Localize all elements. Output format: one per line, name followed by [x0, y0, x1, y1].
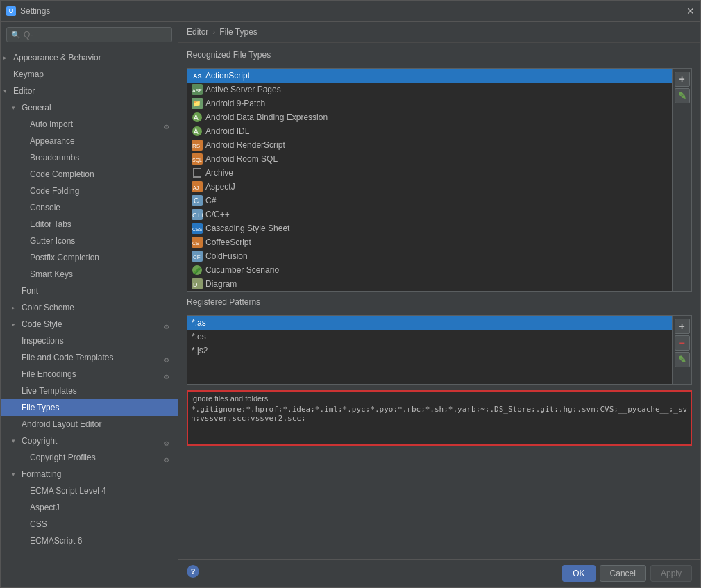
pattern-item[interactable]: *.es [187, 330, 672, 344]
file-type-icon: A [192, 112, 203, 123]
sidebar-item-label: AspectJ [30, 501, 172, 514]
sidebar-item-postfix-completion[interactable]: Postfix Completion [1, 249, 178, 266]
ok-button[interactable]: OK [562, 565, 595, 582]
add-pattern-button[interactable]: + [675, 319, 690, 334]
file-type-item[interactable]: Archive [187, 166, 672, 180]
sidebar-item-keymap[interactable]: Keymap [1, 66, 178, 83]
file-types-list-area: AS ActionScript ASP Active Server Pages [187, 69, 691, 291]
file-type-item[interactable]: A Android IDL [187, 124, 672, 138]
sidebar-item-code-style[interactable]: Code Style ⚙ [1, 316, 178, 333]
file-type-item[interactable]: AS ActionScript [187, 69, 672, 83]
sidebar-item-copyright[interactable]: Copyright ⚙ [1, 432, 178, 449]
file-type-name: Android RenderScript [205, 140, 285, 150]
sidebar-item-file-encodings[interactable]: File Encodings ⚙ [1, 366, 178, 383]
close-button[interactable]: ✕ [686, 6, 695, 17]
patterns-section: *.as *.es *.js2 + − ✎ [187, 315, 692, 385]
patterns-list: *.as *.es *.js2 [187, 316, 672, 384]
sidebar-item-copyright-profiles[interactable]: Copyright Profiles ⚙ [1, 449, 178, 466]
add-file-type-button[interactable]: + [675, 72, 690, 87]
file-type-name: Android IDL [205, 126, 249, 136]
edit-pattern-button[interactable]: ✎ [675, 352, 690, 367]
ignore-section: Ignore files and folders *.gitignore;*.h… [187, 390, 692, 446]
sidebar-item-general[interactable]: General [1, 99, 178, 116]
file-type-icon: D [192, 278, 203, 289]
file-type-item[interactable]: AJ AspectJ [187, 180, 672, 194]
sidebar-item-code-folding[interactable]: Code Folding [1, 183, 178, 199]
pattern-item[interactable]: *.js2 [187, 344, 672, 358]
settings-icon: ⚙ [164, 120, 172, 128]
sidebar-item-label: Live Templates [22, 384, 172, 398]
sidebar-item-smart-keys[interactable]: Smart Keys [1, 266, 178, 283]
remove-pattern-button[interactable]: − [675, 335, 690, 351]
sidebar-item-label: File and Code Templates [22, 351, 161, 364]
sidebar: 🔍 Appearance & Behavior Keymap [1, 22, 178, 587]
window-title: Settings [20, 6, 50, 16]
sidebar-item-font[interactable]: Font [1, 283, 178, 299]
sidebar-item-css[interactable]: CSS [1, 516, 178, 532]
sidebar-item-label: Breadcrumbs [30, 151, 172, 165]
title-bar-left: U Settings [6, 6, 50, 16]
sidebar-item-code-completion[interactable]: Code Completion [1, 166, 178, 183]
sidebar-item-label: Gutter Icons [30, 234, 172, 248]
file-type-item[interactable]: SQL Android Room SQL [187, 152, 672, 166]
file-type-name: ActionScript [205, 71, 250, 81]
sidebar-item-label: Formatting [22, 467, 172, 481]
file-type-item[interactable]: CSS Cascading Style Sheet [187, 221, 672, 235]
file-type-icon: CS [192, 237, 203, 248]
breadcrumb-editor[interactable]: Editor [187, 27, 208, 37]
sidebar-item-editor-tabs[interactable]: Editor Tabs [1, 216, 178, 233]
apply-button[interactable]: Apply [650, 565, 692, 582]
help-button[interactable]: ? [187, 565, 199, 578]
sidebar-item-label: ECMA Script Level 4 [30, 484, 172, 498]
breadcrumb-separator: › [212, 27, 215, 37]
sidebar-item-label: Auto Import [30, 117, 161, 131]
search-input[interactable] [24, 30, 167, 40]
file-type-item[interactable]: C++ C/C++ [187, 208, 672, 221]
sidebar-item-auto-import[interactable]: Auto Import ⚙ [1, 116, 178, 133]
file-type-name: Cascading Style Sheet [205, 224, 289, 233]
file-type-item[interactable]: C C# [187, 194, 672, 208]
sidebar-item-live-templates[interactable]: Live Templates [1, 383, 178, 399]
file-type-item[interactable]: CF ColdFusion [187, 249, 672, 263]
file-type-icon: C [192, 195, 203, 206]
pattern-item[interactable]: *.as [187, 316, 672, 330]
file-type-icon: CSS [192, 223, 203, 234]
file-type-item[interactable]: D Diagram [187, 277, 672, 291]
cancel-button[interactable]: Cancel [600, 565, 646, 582]
sidebar-item-appearance[interactable]: Appearance [1, 133, 178, 149]
sidebar-item-android-layout-editor[interactable]: Android Layout Editor [1, 416, 178, 432]
file-type-item[interactable]: CS CoffeeScript [187, 235, 672, 249]
sidebar-item-ecma-script-level-4[interactable]: ECMA Script Level 4 [1, 482, 178, 499]
edit-file-type-button[interactable]: ✎ [675, 88, 690, 103]
sidebar-item-inspections[interactable]: Inspections [1, 333, 178, 349]
svg-text:C: C [194, 197, 199, 205]
sidebar-item-color-scheme[interactable]: Color Scheme [1, 299, 178, 316]
sidebar-item-editor[interactable]: Editor [1, 83, 178, 99]
sidebar-item-appearance-behavior[interactable]: Appearance & Behavior [1, 49, 178, 66]
file-type-icon: ASP [192, 84, 203, 95]
sidebar-item-formatting[interactable]: Formatting [1, 466, 178, 482]
sidebar-item-gutter-icons[interactable]: Gutter Icons [1, 233, 178, 249]
pattern-value: *.js2 [192, 346, 208, 355]
arrow-icon [3, 51, 13, 65]
file-type-icon: 📁 [192, 98, 203, 109]
sidebar-item-file-types[interactable]: File Types [1, 399, 178, 416]
file-type-icon: RS [192, 140, 203, 151]
search-wrap[interactable]: 🔍 [6, 27, 172, 42]
sidebar-item-label: Code Folding [30, 184, 172, 198]
sidebar-item-breadcrumbs[interactable]: Breadcrumbs [1, 149, 178, 166]
sidebar-item-console[interactable]: Console [1, 199, 178, 216]
file-type-item[interactable]: 📁 Android 9-Patch [187, 96, 672, 110]
sidebar-item-label: Smart Keys [30, 267, 172, 281]
file-type-item[interactable]: RS Android RenderScript [187, 138, 672, 152]
sidebar-item-ecmascript-6[interactable]: ECMAScript 6 [1, 532, 178, 549]
title-bar: U Settings ✕ [1, 1, 700, 22]
file-type-item[interactable]: ASP Active Server Pages [187, 83, 672, 96]
sidebar-item-aspectj[interactable]: AspectJ [1, 499, 178, 516]
ignore-input[interactable]: *.gitignore;*.hprof;*.idea;*.iml;*.pyc;*… [191, 405, 688, 442]
file-type-item[interactable]: A Android Data Binding Expression [187, 110, 672, 124]
file-type-item[interactable]: 🥒 Cucumber Scenario [187, 263, 672, 277]
file-type-name: C# [205, 196, 216, 205]
sidebar-item-file-and-code-templates[interactable]: File and Code Templates ⚙ [1, 349, 178, 366]
sidebar-item-label: Android Layout Editor [22, 417, 172, 431]
